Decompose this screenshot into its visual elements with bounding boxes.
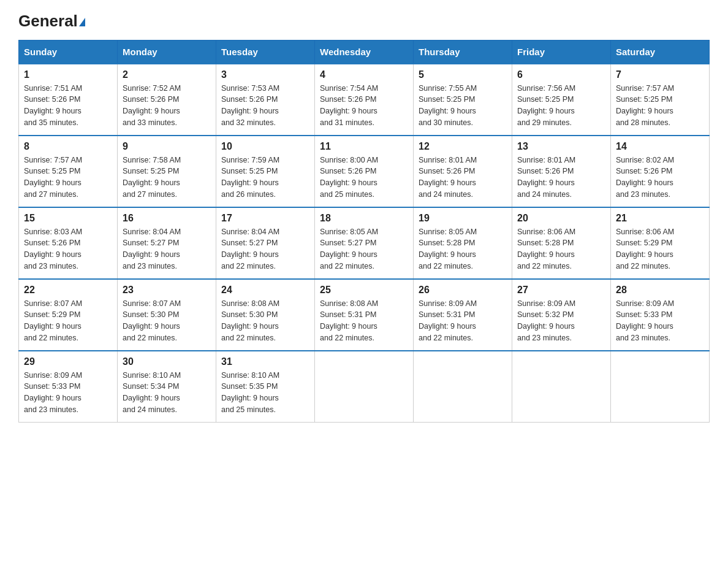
calendar-day-cell [512, 351, 611, 423]
calendar-day-cell: 26 Sunrise: 8:09 AMSunset: 5:31 PMDaylig… [414, 279, 512, 351]
day-info: Sunrise: 7:52 AMSunset: 5:26 PMDaylight:… [123, 84, 181, 127]
calendar-day-cell: 31 Sunrise: 8:10 AMSunset: 5:35 PMDaylig… [216, 351, 315, 423]
calendar-week-row: 22 Sunrise: 8:07 AMSunset: 5:29 PMDaylig… [19, 279, 710, 351]
day-info: Sunrise: 7:54 AMSunset: 5:26 PMDaylight:… [320, 84, 378, 127]
day-number: 11 [320, 141, 408, 152]
day-info: Sunrise: 7:57 AMSunset: 5:25 PMDaylight:… [24, 156, 82, 199]
day-number: 26 [419, 285, 507, 296]
day-info: Sunrise: 7:57 AMSunset: 5:25 PMDaylight:… [616, 84, 674, 127]
day-info: Sunrise: 8:09 AMSunset: 5:33 PMDaylight:… [24, 371, 82, 414]
calendar-day-cell: 2 Sunrise: 7:52 AMSunset: 5:26 PMDayligh… [118, 64, 216, 136]
day-number: 9 [123, 141, 211, 152]
day-number: 5 [419, 69, 507, 80]
calendar-day-cell: 7 Sunrise: 7:57 AMSunset: 5:25 PMDayligh… [611, 64, 710, 136]
header-tuesday: Tuesday [216, 40, 315, 64]
calendar-day-cell: 12 Sunrise: 8:01 AMSunset: 5:26 PMDaylig… [414, 136, 512, 207]
day-number: 30 [123, 356, 211, 367]
calendar-day-cell: 5 Sunrise: 7:55 AMSunset: 5:25 PMDayligh… [414, 64, 512, 136]
calendar-day-cell: 6 Sunrise: 7:56 AMSunset: 5:25 PMDayligh… [512, 64, 611, 136]
day-number: 18 [320, 213, 408, 224]
calendar-day-cell: 17 Sunrise: 8:04 AMSunset: 5:27 PMDaylig… [216, 207, 315, 279]
day-info: Sunrise: 8:09 AMSunset: 5:31 PMDaylight:… [419, 299, 477, 342]
day-info: Sunrise: 8:04 AMSunset: 5:27 PMDaylight:… [221, 228, 279, 270]
day-number: 19 [419, 213, 507, 224]
day-info: Sunrise: 8:10 AMSunset: 5:35 PMDaylight:… [221, 371, 279, 414]
header-monday: Monday [118, 40, 216, 64]
day-number: 24 [221, 285, 309, 296]
day-info: Sunrise: 8:08 AMSunset: 5:30 PMDaylight:… [221, 299, 279, 342]
calendar-day-cell: 3 Sunrise: 7:53 AMSunset: 5:26 PMDayligh… [216, 64, 315, 136]
day-info: Sunrise: 8:03 AMSunset: 5:26 PMDaylight:… [24, 228, 82, 270]
day-info: Sunrise: 8:09 AMSunset: 5:33 PMDaylight:… [616, 299, 674, 342]
day-number: 13 [517, 141, 605, 152]
calendar-day-cell: 29 Sunrise: 8:09 AMSunset: 5:33 PMDaylig… [19, 351, 118, 423]
day-number: 16 [123, 213, 211, 224]
day-number: 20 [517, 213, 605, 224]
day-number: 10 [221, 141, 309, 152]
calendar-day-cell [414, 351, 512, 423]
day-number: 17 [221, 213, 309, 224]
header-saturday: Saturday [611, 40, 710, 64]
day-number: 28 [616, 285, 704, 296]
day-info: Sunrise: 8:10 AMSunset: 5:34 PMDaylight:… [123, 371, 181, 414]
day-info: Sunrise: 8:06 AMSunset: 5:28 PMDaylight:… [517, 228, 575, 270]
calendar-day-cell: 1 Sunrise: 7:51 AMSunset: 5:26 PMDayligh… [19, 64, 118, 136]
calendar-header-row: SundayMondayTuesdayWednesdayThursdayFrid… [19, 40, 710, 64]
logo: General [18, 12, 85, 28]
header-friday: Friday [512, 40, 611, 64]
header-thursday: Thursday [414, 40, 512, 64]
calendar-week-row: 29 Sunrise: 8:09 AMSunset: 5:33 PMDaylig… [19, 351, 710, 423]
calendar-day-cell: 4 Sunrise: 7:54 AMSunset: 5:26 PMDayligh… [315, 64, 414, 136]
day-info: Sunrise: 7:51 AMSunset: 5:26 PMDaylight:… [24, 84, 82, 127]
day-info: Sunrise: 8:05 AMSunset: 5:27 PMDaylight:… [320, 228, 378, 270]
day-number: 21 [616, 213, 704, 224]
calendar-week-row: 1 Sunrise: 7:51 AMSunset: 5:26 PMDayligh… [19, 64, 710, 136]
calendar-day-cell: 18 Sunrise: 8:05 AMSunset: 5:27 PMDaylig… [315, 207, 414, 279]
day-number: 2 [123, 69, 211, 80]
day-info: Sunrise: 7:58 AMSunset: 5:25 PMDaylight:… [123, 156, 181, 199]
day-info: Sunrise: 7:56 AMSunset: 5:25 PMDaylight:… [517, 84, 575, 127]
calendar-day-cell: 20 Sunrise: 8:06 AMSunset: 5:28 PMDaylig… [512, 207, 611, 279]
day-info: Sunrise: 8:01 AMSunset: 5:26 PMDaylight:… [517, 156, 575, 199]
calendar-day-cell: 22 Sunrise: 8:07 AMSunset: 5:29 PMDaylig… [19, 279, 118, 351]
calendar-day-cell: 9 Sunrise: 7:58 AMSunset: 5:25 PMDayligh… [118, 136, 216, 207]
calendar-day-cell: 24 Sunrise: 8:08 AMSunset: 5:30 PMDaylig… [216, 279, 315, 351]
day-number: 12 [419, 141, 507, 152]
calendar-day-cell: 27 Sunrise: 8:09 AMSunset: 5:32 PMDaylig… [512, 279, 611, 351]
calendar-table: SundayMondayTuesdayWednesdayThursdayFrid… [18, 40, 710, 423]
calendar-day-cell: 19 Sunrise: 8:05 AMSunset: 5:28 PMDaylig… [414, 207, 512, 279]
calendar-day-cell: 28 Sunrise: 8:09 AMSunset: 5:33 PMDaylig… [611, 279, 710, 351]
day-info: Sunrise: 8:02 AMSunset: 5:26 PMDaylight:… [616, 156, 674, 199]
calendar-day-cell: 15 Sunrise: 8:03 AMSunset: 5:26 PMDaylig… [19, 207, 118, 279]
day-info: Sunrise: 7:53 AMSunset: 5:26 PMDaylight:… [221, 84, 279, 127]
day-number: 15 [24, 213, 112, 224]
calendar-day-cell: 13 Sunrise: 8:01 AMSunset: 5:26 PMDaylig… [512, 136, 611, 207]
day-number: 22 [24, 285, 112, 296]
day-info: Sunrise: 8:07 AMSunset: 5:29 PMDaylight:… [24, 299, 82, 342]
calendar-day-cell: 11 Sunrise: 8:00 AMSunset: 5:26 PMDaylig… [315, 136, 414, 207]
day-number: 27 [517, 285, 605, 296]
calendar-day-cell: 23 Sunrise: 8:07 AMSunset: 5:30 PMDaylig… [118, 279, 216, 351]
day-number: 31 [221, 356, 309, 367]
calendar-day-cell: 8 Sunrise: 7:57 AMSunset: 5:25 PMDayligh… [19, 136, 118, 207]
day-info: Sunrise: 8:00 AMSunset: 5:26 PMDaylight:… [320, 156, 378, 199]
calendar-day-cell: 21 Sunrise: 8:06 AMSunset: 5:29 PMDaylig… [611, 207, 710, 279]
day-info: Sunrise: 8:04 AMSunset: 5:27 PMDaylight:… [123, 228, 181, 270]
day-info: Sunrise: 7:55 AMSunset: 5:25 PMDaylight:… [419, 84, 477, 127]
calendar-day-cell [315, 351, 414, 423]
calendar-week-row: 15 Sunrise: 8:03 AMSunset: 5:26 PMDaylig… [19, 207, 710, 279]
day-number: 7 [616, 69, 704, 80]
calendar-day-cell: 30 Sunrise: 8:10 AMSunset: 5:34 PMDaylig… [118, 351, 216, 423]
day-info: Sunrise: 7:59 AMSunset: 5:25 PMDaylight:… [221, 156, 279, 199]
day-info: Sunrise: 8:06 AMSunset: 5:29 PMDaylight:… [616, 228, 674, 270]
calendar-day-cell [611, 351, 710, 423]
day-info: Sunrise: 8:05 AMSunset: 5:28 PMDaylight:… [419, 228, 477, 270]
day-number: 14 [616, 141, 704, 152]
header-wednesday: Wednesday [315, 40, 414, 64]
day-info: Sunrise: 8:09 AMSunset: 5:32 PMDaylight:… [517, 299, 575, 342]
day-info: Sunrise: 8:08 AMSunset: 5:31 PMDaylight:… [320, 299, 378, 342]
day-number: 1 [24, 69, 112, 80]
calendar-day-cell: 10 Sunrise: 7:59 AMSunset: 5:25 PMDaylig… [216, 136, 315, 207]
calendar-week-row: 8 Sunrise: 7:57 AMSunset: 5:25 PMDayligh… [19, 136, 710, 207]
calendar-day-cell: 16 Sunrise: 8:04 AMSunset: 5:27 PMDaylig… [118, 207, 216, 279]
